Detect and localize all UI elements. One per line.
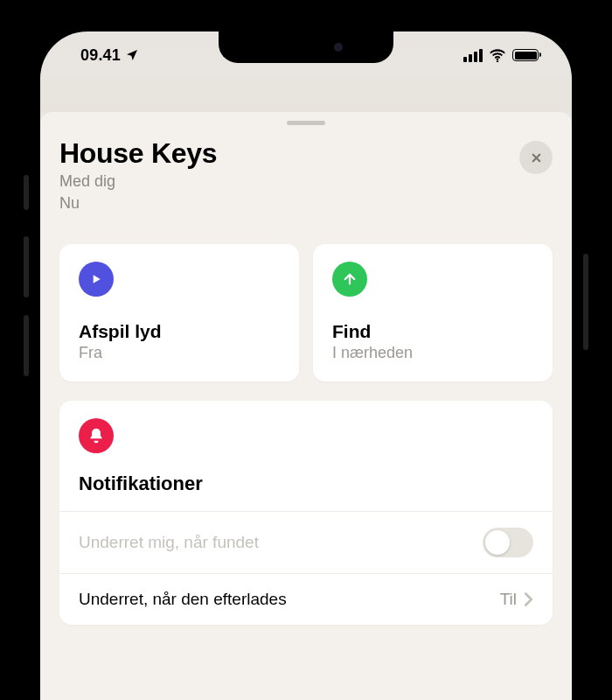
arrow-up-icon	[332, 262, 367, 297]
play-icon	[79, 262, 114, 297]
phone-frame: 09.41	[26, 18, 586, 700]
volume-down-button	[24, 315, 29, 376]
wifi-icon	[489, 49, 506, 62]
power-button	[583, 254, 588, 350]
play-sound-status: Fra	[79, 344, 280, 362]
location-arrow-icon	[125, 48, 139, 62]
notify-when-found-label: Underret mig, når fundet	[79, 533, 483, 552]
find-status: I nærheden	[332, 344, 533, 362]
play-sound-title: Afspil lyd	[79, 321, 280, 342]
notify-when-left-value: Til	[500, 590, 517, 609]
detail-sheet: House Keys Med dig Nu	[40, 112, 572, 700]
find-card[interactable]: Find I nærheden	[313, 244, 553, 382]
cellular-signal-icon	[463, 49, 483, 62]
close-button[interactable]	[519, 141, 553, 174]
close-icon	[530, 151, 543, 164]
volume-up-button	[24, 236, 29, 298]
status-time: 09.41	[80, 46, 121, 65]
notify-when-found-toggle	[483, 528, 533, 557]
page-subtitle-location: Med dig	[59, 172, 217, 192]
notifications-section: Notifikationer Underret mig, når fundet …	[59, 401, 553, 625]
battery-icon	[512, 49, 539, 61]
notify-when-left-row[interactable]: Underret, når den efterlades Til	[59, 573, 553, 625]
page-title: House Keys	[59, 137, 217, 170]
notch	[219, 32, 393, 63]
notifications-title: Notifikationer	[79, 472, 533, 495]
bell-icon	[79, 418, 114, 453]
screen: 09.41	[40, 32, 572, 700]
map-background	[40, 79, 572, 112]
notify-when-found-row: Underret mig, når fundet	[59, 511, 553, 573]
mute-switch	[24, 175, 29, 210]
find-title: Find	[332, 321, 533, 342]
notify-when-left-label: Underret, når den efterlades	[79, 590, 500, 609]
chevron-right-icon	[524, 592, 533, 607]
page-subtitle-time: Nu	[59, 193, 217, 214]
play-sound-card[interactable]: Afspil lyd Fra	[59, 244, 299, 382]
sheet-grabber[interactable]	[287, 121, 325, 125]
